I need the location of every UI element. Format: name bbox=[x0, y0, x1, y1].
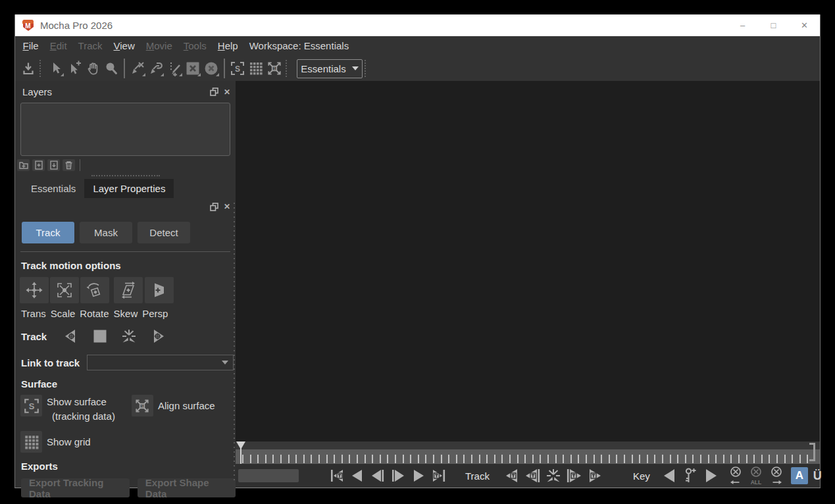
show-surface-label: Show surface (tracking data) bbox=[47, 395, 115, 424]
play-button[interactable] bbox=[411, 468, 426, 484]
frame-field[interactable] bbox=[238, 469, 299, 482]
menu-workspace[interactable]: Workspace: Essentials bbox=[243, 36, 354, 56]
circle-tool-button[interactable] bbox=[202, 59, 220, 78]
zoom-tool-button[interactable] bbox=[102, 59, 120, 78]
select-tool-button[interactable] bbox=[47, 59, 65, 78]
float-panel-icon[interactable] bbox=[210, 88, 218, 96]
toolbar: S s Essentials bbox=[15, 56, 820, 81]
rotation-toggle[interactable] bbox=[80, 277, 109, 303]
circle-tool-icon bbox=[203, 61, 219, 76]
link-to-track-row: Link to track bbox=[21, 355, 236, 370]
minimize-button[interactable]: – bbox=[727, 14, 758, 36]
goto-end-button[interactable] bbox=[431, 468, 447, 484]
track-forward-one-frame-button[interactable] bbox=[566, 468, 583, 484]
tab-layer-properties[interactable]: Layer Properties bbox=[84, 179, 174, 198]
maximize-button[interactable]: □ bbox=[758, 14, 789, 36]
step-forward-button[interactable] bbox=[390, 468, 406, 484]
close-panel-icon[interactable]: ✕ bbox=[224, 202, 230, 211]
translation-toggle[interactable] bbox=[20, 277, 49, 303]
add-point-tool-button[interactable] bbox=[65, 59, 84, 78]
show-grid-icon bbox=[248, 61, 264, 76]
mode-track-button[interactable]: Track bbox=[22, 222, 74, 243]
stop-icon bbox=[93, 329, 107, 343]
tab-essentials[interactable]: Essentials bbox=[22, 179, 84, 198]
link-to-track-label: Link to track bbox=[21, 357, 80, 368]
track-range-button[interactable] bbox=[120, 328, 138, 345]
track-controls-label: Track bbox=[21, 331, 47, 342]
xspline-tool-button[interactable] bbox=[128, 59, 147, 78]
next-key-icon bbox=[703, 468, 719, 484]
track-forward-frame-icon bbox=[566, 468, 583, 484]
rect-tool-button[interactable] bbox=[184, 59, 202, 78]
playhead[interactable] bbox=[236, 441, 246, 464]
layers-list[interactable] bbox=[20, 103, 230, 156]
show-surface-icon: S bbox=[230, 61, 245, 76]
perspective-toggle[interactable] bbox=[145, 277, 174, 303]
show-surface-toggle[interactable]: S bbox=[228, 59, 247, 78]
goto-start-icon bbox=[329, 468, 345, 484]
panel-splitter[interactable] bbox=[234, 203, 235, 482]
xspline-tool-icon bbox=[130, 61, 145, 76]
import-layer-button[interactable] bbox=[47, 159, 60, 171]
close-panel-icon[interactable]: ✕ bbox=[224, 88, 230, 97]
transport-bar: Track bbox=[236, 464, 820, 488]
new-layer-button[interactable] bbox=[32, 159, 45, 171]
mode-mask-button[interactable]: Mask bbox=[80, 222, 132, 243]
new-group-button[interactable] bbox=[17, 159, 30, 171]
new-layer-icon bbox=[35, 161, 43, 170]
app-logo: M bbox=[22, 19, 34, 32]
add-key-button[interactable] bbox=[683, 467, 697, 484]
delete-keys-after-button[interactable] bbox=[769, 466, 784, 486]
align-surface-button[interactable]: s bbox=[132, 395, 153, 416]
close-button[interactable]: ✕ bbox=[789, 14, 820, 36]
export-project-button[interactable] bbox=[19, 59, 38, 78]
goto-start-button[interactable] bbox=[329, 468, 345, 484]
shear-toggle[interactable] bbox=[114, 277, 143, 303]
delete-layer-button[interactable] bbox=[63, 159, 75, 171]
delete-all-keys-button: ALL bbox=[748, 466, 764, 486]
scale-toggle[interactable] bbox=[50, 277, 79, 303]
timeline[interactable] bbox=[236, 441, 820, 464]
link-to-track-dropdown[interactable] bbox=[87, 355, 234, 370]
float-panel-icon[interactable] bbox=[210, 203, 218, 211]
prev-key-button[interactable] bbox=[662, 468, 678, 484]
timeline-ruler[interactable] bbox=[236, 441, 820, 464]
show-surface-button[interactable]: S bbox=[20, 395, 42, 416]
show-grid-button[interactable] bbox=[20, 431, 42, 453]
delete-keys-before-button[interactable] bbox=[728, 466, 744, 486]
step-back-icon bbox=[370, 468, 386, 484]
delete-layer-icon bbox=[64, 161, 73, 170]
viewer-canvas[interactable] bbox=[236, 81, 820, 441]
autokey-toggle[interactable]: A bbox=[791, 467, 808, 484]
track-forwards-button[interactable] bbox=[149, 328, 166, 345]
new-group-icon bbox=[19, 161, 28, 169]
menu-file[interactable]: File bbox=[17, 36, 44, 56]
track-backwards-transport-button[interactable] bbox=[503, 468, 520, 484]
track-range-transport-button[interactable] bbox=[545, 467, 562, 484]
play-backwards-button[interactable] bbox=[349, 468, 365, 484]
menu-help[interactable]: Help bbox=[212, 36, 243, 56]
play-icon bbox=[411, 468, 426, 484]
freehand-tool-button[interactable] bbox=[165, 59, 184, 78]
next-key-button[interactable] bbox=[703, 468, 719, 484]
out-point-marker[interactable] bbox=[809, 443, 815, 461]
track-forwards-transport-button[interactable] bbox=[587, 468, 604, 484]
stop-track-button[interactable] bbox=[93, 329, 107, 343]
uberkey-toggle[interactable]: Ü bbox=[813, 469, 822, 483]
track-backwards-button[interactable] bbox=[63, 328, 80, 345]
delete-all-label: ALL bbox=[751, 479, 762, 486]
panel-drag-handle[interactable] bbox=[91, 175, 160, 176]
show-grid-row: Show grid bbox=[20, 431, 236, 453]
menu-bar: File Edit Track View Movie Tools Help Wo… bbox=[15, 36, 820, 56]
step-back-button[interactable] bbox=[370, 468, 386, 484]
bezier-tool-button[interactable] bbox=[147, 59, 165, 78]
menu-view[interactable]: View bbox=[108, 36, 140, 56]
workspace-dropdown[interactable]: Essentials bbox=[297, 59, 363, 78]
pan-tool-button[interactable] bbox=[84, 59, 102, 78]
mode-detect-button[interactable]: Detect bbox=[138, 222, 190, 243]
show-grid-toggle[interactable] bbox=[247, 59, 265, 78]
track-back-one-frame-button[interactable] bbox=[524, 468, 541, 484]
align-surface-button[interactable]: s bbox=[265, 59, 284, 78]
screen: M Mocha Pro 2026 – □ ✕ File Edit Track V… bbox=[0, 0, 835, 504]
translation-icon bbox=[24, 281, 44, 299]
